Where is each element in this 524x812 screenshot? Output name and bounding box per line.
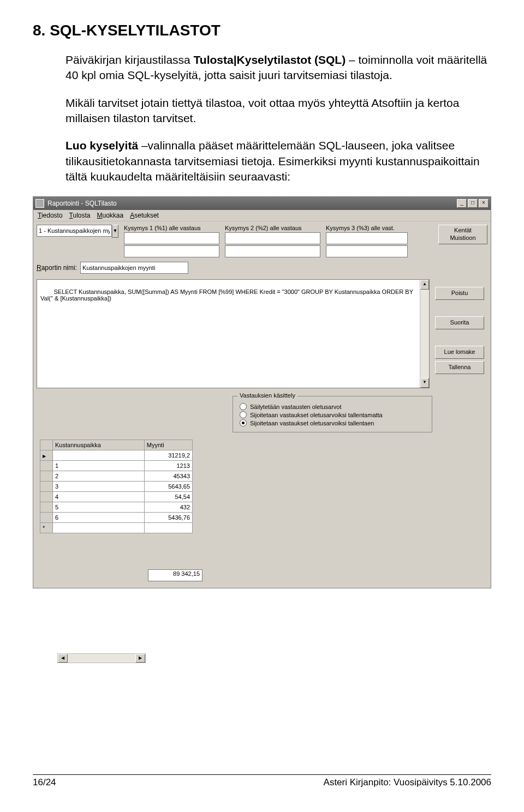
menu-tulosta[interactable]: Tulosta [69, 212, 91, 219]
radio-icon [240, 411, 247, 418]
col-header-0[interactable]: Kustannuspaikka [53, 440, 145, 450]
paragraph-1: Päiväkirjan kirjaustilassa Tulosta|Kysel… [66, 52, 491, 83]
p1-text-a: Päiväkirjan kirjaustilassa [66, 53, 194, 66]
row-selector[interactable] [40, 450, 53, 461]
q1-answer-input[interactable] [124, 245, 219, 257]
col-header-1[interactable]: Myynti [144, 440, 192, 450]
table-row[interactable]: 31219,2 [40, 450, 193, 461]
query-select-input[interactable] [37, 225, 112, 237]
cell-myynti: 432 [144, 502, 192, 513]
radio-label-2: Sijoitetaan vastaukset oletusarvoiksi ta… [250, 412, 383, 418]
scroll-left-icon[interactable]: ◀ [58, 654, 68, 663]
lue-lomake-button[interactable]: Lue lomake [435, 346, 484, 359]
paragraph-3: Luo kyselyitä –valinnalla pääset määritt… [66, 138, 491, 184]
cell-myynti: 1213 [144, 461, 192, 471]
cell-myynti: 5436,76 [144, 513, 192, 523]
cell-kustannuspaikka: 6 [53, 513, 145, 523]
radio-icon [240, 403, 247, 410]
q1-input[interactable] [124, 232, 219, 244]
cell-empty [53, 523, 145, 533]
radio-legend: Vastauksien käsittely [237, 392, 297, 399]
cell-kustannuspaikka: 4 [53, 492, 145, 502]
row-header-blank [40, 440, 53, 450]
answers-handling-group: Vastauksien käsittely Säilytetään vastau… [233, 396, 432, 432]
menu-tiedosto[interactable]: Tiedosto [38, 212, 63, 219]
table-row[interactable]: 65436,76 [40, 513, 193, 523]
radio-option-3[interactable]: Sijoitetaan vastaukset oletusarvoiksi ta… [240, 419, 425, 426]
radio-label-1: Säilytetään vastausten oletusarvot [250, 404, 342, 410]
table-row[interactable]: 35643,65 [40, 482, 193, 492]
cell-empty [144, 523, 192, 533]
titlebar: Raportointi - SQLTilasto _ □ × [33, 197, 491, 210]
row-selector[interactable] [40, 502, 53, 513]
p3-bold: Luo kyselyitä [66, 139, 138, 152]
menu-asetukset[interactable]: Asetukset [130, 212, 159, 219]
grid-horizontal-scrollbar[interactable]: ◀ ▶ [57, 653, 146, 663]
sql-text: SELECT Kustannuspaikka, SUM([Summa]) AS … [40, 288, 415, 302]
cell-kustannuspaikka: 2 [53, 471, 145, 482]
section-heading: 8. SQL-KYSELYTILASTOT [33, 22, 491, 39]
query-select-combo[interactable]: ▼ [37, 225, 118, 238]
app-window: Raportointi - SQLTilasto _ □ × Tiedosto … [33, 196, 491, 588]
maximize-button[interactable]: □ [468, 199, 478, 208]
sql-textarea[interactable]: SELECT Kustannuspaikka, SUM([Summa]) AS … [37, 279, 430, 388]
q3-input[interactable] [326, 232, 408, 244]
window-content: ▼ Kysymys 1 (%1) alle vastaus Kysymys 2 … [33, 221, 491, 588]
paragraph-2: Mikäli tarvitset jotain tiettyä tilastoa… [66, 95, 491, 127]
cell-myynti: 31219,2 [144, 450, 192, 461]
close-button[interactable]: × [479, 199, 489, 208]
tallenna-button[interactable]: Tallenna [435, 361, 484, 374]
cell-kustannuspaikka: 3 [53, 482, 145, 492]
cell-kustannuspaikka: 5 [53, 502, 145, 513]
radio-icon [240, 419, 247, 426]
radio-option-2[interactable]: Sijoitetaan vastaukset oletusarvoiksi ta… [240, 411, 425, 418]
cell-myynti: 54,54 [144, 492, 192, 502]
scroll-up-icon[interactable]: ▲ [420, 280, 429, 290]
table-row[interactable]: 5432 [40, 502, 193, 513]
p1-feature-name: Tulosta|Kyselytilastot (SQL) [194, 53, 346, 66]
row-selector[interactable] [40, 482, 53, 492]
total-output: 89 342,15 [148, 569, 203, 581]
cell-kustannuspaikka: 1 [53, 461, 145, 471]
table-row[interactable]: 454,54 [40, 492, 193, 502]
q3-answer-input[interactable] [326, 245, 408, 257]
q2-label: Kysymys 2 (%2) alle vastaus [225, 225, 320, 231]
radio-option-1[interactable]: Säilytetään vastausten oletusarvot [240, 403, 425, 410]
row-selector-new[interactable]: * [40, 523, 53, 533]
page-number: 16/24 [33, 777, 56, 788]
q3-label: Kysymys 3 (%3) alle vast. [326, 225, 408, 231]
row-selector[interactable] [40, 471, 53, 482]
report-name-input[interactable] [80, 262, 188, 274]
kentat-muistioon-button[interactable]: Kentät Muistioon [438, 225, 487, 244]
menu-muokkaa[interactable]: Muokkaa [97, 212, 124, 219]
table-row[interactable]: 11213 [40, 461, 193, 471]
menubar: Tiedosto Tulosta Muokkaa Asetukset [33, 210, 491, 221]
minimize-button[interactable]: _ [457, 199, 467, 208]
scroll-right-icon[interactable]: ▶ [135, 654, 145, 663]
cell-kustannuspaikka [53, 450, 145, 461]
window-title: Raportointi - SQLTilasto [47, 200, 117, 207]
q2-input[interactable] [225, 232, 320, 244]
radio-label-3: Sijoitetaan vastaukset oletusarvoiksi ta… [250, 420, 374, 426]
report-name-label: Raportin nimi: [37, 264, 77, 272]
table-row[interactable]: 245343 [40, 471, 193, 482]
q1-label: Kysymys 1 (%1) alle vastaus [124, 225, 219, 231]
row-selector[interactable] [40, 461, 53, 471]
sql-scrollbar[interactable]: ▲ ▼ [420, 280, 429, 388]
cell-myynti: 45343 [144, 471, 192, 482]
row-selector[interactable] [40, 513, 53, 523]
suorita-button[interactable]: Suorita [435, 316, 484, 329]
footer-text: Asteri Kirjanpito: Vuosipäivitys 5.10.20… [324, 777, 491, 788]
scroll-down-icon[interactable]: ▼ [420, 378, 429, 388]
poistu-button[interactable]: Poistu [435, 287, 484, 300]
table-row-new[interactable]: * [40, 523, 193, 533]
q2-answer-input[interactable] [225, 245, 320, 257]
row-selector[interactable] [40, 492, 53, 502]
app-icon [35, 199, 44, 208]
result-grid: Kustannuspaikka Myynti 31219,21121324534… [40, 440, 193, 663]
chevron-down-icon[interactable]: ▼ [112, 225, 118, 238]
cell-myynti: 5643,65 [144, 482, 192, 492]
